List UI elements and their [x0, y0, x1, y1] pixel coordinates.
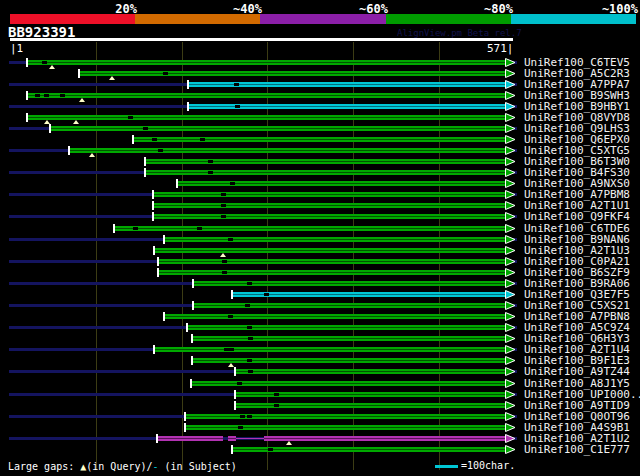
hit-bar-segment[interactable]	[115, 226, 505, 231]
hit-bar-segment[interactable]	[70, 148, 505, 153]
hit-bar-segment[interactable]	[165, 237, 505, 242]
hit-bar-segment[interactable]	[188, 325, 505, 330]
hit-direction-arrow-icon	[505, 367, 516, 376]
hit-bar-segment[interactable]	[80, 71, 505, 76]
hit-direction-arrow-icon	[505, 257, 516, 266]
hsp-gap-dash	[221, 204, 226, 207]
hit-direction-arrow-icon	[505, 135, 516, 144]
hit-bar-segment[interactable]	[154, 203, 505, 208]
hsp-gap-dash	[245, 304, 250, 307]
hit-bar-segment[interactable]	[146, 159, 505, 164]
hit-bar-segment[interactable]	[159, 270, 505, 275]
hsp-start-tick	[26, 58, 28, 67]
hsp-gap-dash	[264, 293, 269, 296]
hit-bar-segment[interactable]	[51, 126, 505, 131]
hit-bar-segment[interactable]	[233, 292, 505, 297]
hit-label[interactable]: UniRef100_A9TZ44	[524, 366, 630, 377]
hit-direction-arrow-icon	[505, 69, 516, 78]
hit-bar-segment[interactable]	[193, 358, 505, 363]
hit-direction-arrow-icon	[505, 356, 516, 365]
hit-bar-segment[interactable]	[165, 314, 505, 319]
hsp-start-tick	[26, 113, 28, 122]
hsp-start-tick	[144, 168, 146, 177]
hit-bar-segment[interactable]	[228, 436, 236, 441]
hsp-gap-dash	[208, 171, 213, 174]
hit-bar-segment[interactable]	[155, 248, 505, 253]
hit-direction-arrow-icon	[505, 301, 516, 310]
hit-bar-segment[interactable]	[194, 281, 505, 286]
hsp-start-tick	[152, 201, 154, 210]
hit-bar-segment[interactable]	[193, 336, 505, 341]
identity-scale-label: 20%	[115, 2, 137, 14]
hit-bar-segment[interactable]	[154, 214, 505, 219]
hit-bar-segment[interactable]	[134, 137, 505, 142]
hsp-gap-dash	[240, 415, 245, 418]
hit-direction-arrow-icon	[505, 445, 516, 454]
hsp-start-tick	[49, 124, 51, 133]
hit-bar-segment[interactable]	[186, 414, 505, 419]
hsp-start-tick	[153, 246, 155, 255]
hsp-start-tick	[152, 190, 154, 199]
hit-bar-segment[interactable]	[146, 170, 505, 175]
hsp-gap-dash	[133, 227, 138, 230]
hsp-gap-dash	[228, 238, 233, 241]
hsp-gap-dash	[35, 94, 40, 97]
hit-bar-segment[interactable]	[186, 425, 505, 430]
hit-direction-arrow-icon	[505, 224, 516, 233]
hsp-start-tick	[184, 412, 186, 421]
hit-direction-arrow-icon	[505, 235, 516, 244]
hsp-gap-dash	[247, 326, 252, 329]
hsp-start-tick	[231, 290, 233, 299]
identity-scale-label: ~40%	[233, 2, 262, 14]
hsp-gap-dash	[200, 138, 205, 141]
hit-direction-arrow-icon	[505, 91, 516, 100]
hit-direction-arrow-icon	[505, 268, 516, 277]
hsp-gap-dash	[163, 72, 168, 75]
hsp-gap-dash	[221, 215, 226, 218]
hsp-start-tick	[153, 345, 155, 354]
hit-label[interactable]: UniRef100_Q9FKF4	[524, 211, 630, 222]
hsp-start-tick	[187, 80, 189, 89]
hsp-gap-dash	[247, 415, 252, 418]
hit-bar-segment[interactable]	[194, 303, 505, 308]
hsp-gap-dash	[274, 393, 279, 396]
hsp-gap-dash	[235, 105, 240, 108]
hsp-gap-dash	[222, 271, 227, 274]
legend-prefix: Large gaps:	[8, 461, 80, 472]
alignview-screen: 20%~40%~60%~80%~100% BB923391 AlignView.…	[0, 0, 640, 476]
hit-bar-segment[interactable]	[155, 347, 505, 352]
hsp-start-tick	[26, 91, 28, 100]
hit-label[interactable]: UniRef100_C1E777	[524, 444, 630, 455]
hsp-start-tick	[191, 356, 193, 365]
hundred-char-scale-line	[435, 465, 458, 468]
hit-direction-arrow-icon	[505, 290, 516, 299]
hit-direction-arrow-icon	[505, 102, 516, 111]
hsp-gap-dash	[143, 127, 148, 130]
hsp-gap-dash	[60, 94, 65, 97]
hsp-start-tick	[157, 268, 159, 277]
hsp-start-tick	[192, 279, 194, 288]
hit-bar-segment[interactable]	[236, 369, 505, 374]
query-ruler-bar	[10, 38, 513, 41]
hsp-start-tick	[190, 379, 192, 388]
hit-bar-segment[interactable]	[233, 447, 505, 452]
hsp-gap-dash	[268, 448, 273, 451]
hit-bar-segment[interactable]	[159, 259, 505, 264]
hit-direction-arrow-icon	[505, 379, 516, 388]
hit-bar-segment[interactable]	[178, 181, 505, 186]
hsp-start-tick	[163, 312, 165, 321]
hit-bar-segment[interactable]	[28, 93, 505, 98]
hsp-start-tick	[176, 179, 178, 188]
ruler-end-label: 571|	[487, 42, 514, 54]
hit-direction-arrow-icon	[505, 279, 516, 288]
hit-direction-arrow-icon	[505, 246, 516, 255]
hit-bar-segment[interactable]	[154, 192, 505, 197]
hit-direction-arrow-icon	[505, 179, 516, 188]
hit-bar-segment[interactable]	[28, 60, 505, 65]
hit-bar-segment[interactable]	[264, 436, 505, 441]
hsp-start-tick	[132, 135, 134, 144]
hit-bar-segment[interactable]	[28, 115, 505, 120]
hsp-start-tick	[152, 212, 154, 221]
hsp-gap-dash	[128, 116, 133, 119]
hit-bar-segment[interactable]	[158, 436, 223, 441]
